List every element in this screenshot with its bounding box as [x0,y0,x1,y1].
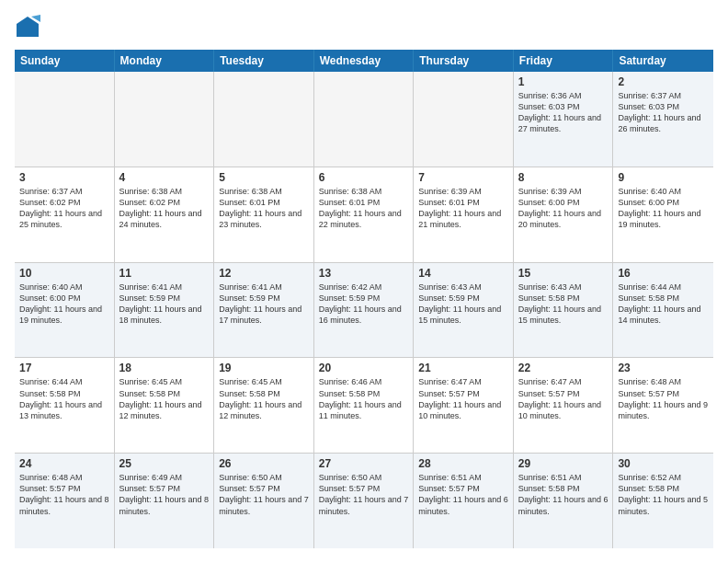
day-number: 9 [618,171,709,184]
day-number: 25 [119,457,210,470]
day-cell-5: 5Sunrise: 6:38 AM Sunset: 6:01 PM Daylig… [214,167,314,262]
day-cell-23: 23Sunrise: 6:48 AM Sunset: 5:57 PM Dayli… [613,358,713,453]
empty-cell [214,72,314,167]
day-cell-3: 3Sunrise: 6:37 AM Sunset: 6:02 PM Daylig… [15,167,115,262]
logo [15,15,44,40]
day-number: 30 [618,457,709,470]
day-number: 4 [119,171,210,184]
day-number: 11 [119,267,210,280]
day-number: 16 [618,267,709,280]
day-info: Sunrise: 6:51 AM Sunset: 5:58 PM Dayligh… [518,472,609,517]
day-cell-30: 30Sunrise: 6:52 AM Sunset: 5:58 PM Dayli… [613,454,713,548]
day-number: 22 [518,362,609,374]
day-number: 8 [518,171,609,184]
day-cell-20: 20Sunrise: 6:46 AM Sunset: 5:58 PM Dayli… [314,358,415,453]
day-number: 3 [19,171,109,184]
logo-icon [15,15,40,40]
day-info: Sunrise: 6:48 AM Sunset: 5:57 PM Dayligh… [618,376,709,421]
day-info: Sunrise: 6:40 AM Sunset: 6:00 PM Dayligh… [19,282,109,327]
day-cell-24: 24Sunrise: 6:48 AM Sunset: 5:57 PM Dayli… [15,454,115,548]
day-number: 17 [19,362,109,374]
day-info: Sunrise: 6:39 AM Sunset: 6:01 PM Dayligh… [418,186,508,231]
day-number: 19 [219,362,309,374]
day-number: 12 [219,267,309,280]
day-cell-11: 11Sunrise: 6:41 AM Sunset: 5:59 PM Dayli… [115,263,215,358]
header-day-tuesday: Tuesday [214,50,314,72]
day-number: 1 [518,75,609,88]
day-number: 2 [618,75,709,88]
day-number: 23 [618,362,709,374]
day-number: 27 [319,457,409,470]
day-info: Sunrise: 6:47 AM Sunset: 5:57 PM Dayligh… [518,376,609,421]
day-info: Sunrise: 6:43 AM Sunset: 5:59 PM Dayligh… [418,282,508,327]
day-info: Sunrise: 6:42 AM Sunset: 5:59 PM Dayligh… [319,282,409,327]
calendar: SundayMondayTuesdayWednesdayThursdayFrid… [15,50,713,548]
day-info: Sunrise: 6:40 AM Sunset: 6:00 PM Dayligh… [618,186,709,231]
day-info: Sunrise: 6:41 AM Sunset: 5:59 PM Dayligh… [119,282,210,327]
day-info: Sunrise: 6:46 AM Sunset: 5:58 PM Dayligh… [319,376,409,421]
day-cell-9: 9Sunrise: 6:40 AM Sunset: 6:00 PM Daylig… [613,167,713,262]
page-header [15,15,713,40]
calendar-row-0: 1Sunrise: 6:36 AM Sunset: 6:03 PM Daylig… [15,72,713,167]
day-cell-21: 21Sunrise: 6:47 AM Sunset: 5:57 PM Dayli… [414,358,514,453]
day-cell-19: 19Sunrise: 6:45 AM Sunset: 5:58 PM Dayli… [214,358,314,453]
day-number: 29 [518,457,609,470]
day-number: 7 [418,171,508,184]
day-info: Sunrise: 6:38 AM Sunset: 6:01 PM Dayligh… [219,186,309,231]
day-cell-13: 13Sunrise: 6:42 AM Sunset: 5:59 PM Dayli… [314,263,415,358]
day-number: 28 [418,457,508,470]
day-info: Sunrise: 6:38 AM Sunset: 6:01 PM Dayligh… [319,186,409,231]
day-info: Sunrise: 6:45 AM Sunset: 5:58 PM Dayligh… [219,376,309,421]
day-cell-12: 12Sunrise: 6:41 AM Sunset: 5:59 PM Dayli… [214,263,314,358]
day-number: 21 [418,362,508,374]
day-cell-10: 10Sunrise: 6:40 AM Sunset: 6:00 PM Dayli… [15,263,115,358]
calendar-row-1: 3Sunrise: 6:37 AM Sunset: 6:02 PM Daylig… [15,167,713,263]
day-info: Sunrise: 6:36 AM Sunset: 6:03 PM Dayligh… [518,90,609,135]
day-cell-16: 16Sunrise: 6:44 AM Sunset: 5:58 PM Dayli… [613,263,713,358]
day-cell-29: 29Sunrise: 6:51 AM Sunset: 5:58 PM Dayli… [514,454,614,548]
day-info: Sunrise: 6:52 AM Sunset: 5:58 PM Dayligh… [618,472,709,517]
empty-cell [115,72,215,167]
day-info: Sunrise: 6:44 AM Sunset: 5:58 PM Dayligh… [618,282,709,327]
day-cell-4: 4Sunrise: 6:38 AM Sunset: 6:02 PM Daylig… [115,167,215,262]
day-info: Sunrise: 6:41 AM Sunset: 5:59 PM Dayligh… [219,282,309,327]
day-info: Sunrise: 6:51 AM Sunset: 5:57 PM Dayligh… [418,472,508,517]
day-number: 20 [319,362,409,374]
day-cell-8: 8Sunrise: 6:39 AM Sunset: 6:00 PM Daylig… [514,167,614,262]
day-info: Sunrise: 6:47 AM Sunset: 5:57 PM Dayligh… [418,376,508,421]
day-info: Sunrise: 6:38 AM Sunset: 6:02 PM Dayligh… [119,186,210,231]
day-number: 10 [19,267,109,280]
empty-cell [314,72,415,167]
day-info: Sunrise: 6:48 AM Sunset: 5:57 PM Dayligh… [19,472,109,517]
header-day-saturday: Saturday [613,50,713,72]
header-day-friday: Friday [514,50,614,72]
empty-cell [15,72,115,167]
day-cell-28: 28Sunrise: 6:51 AM Sunset: 5:57 PM Dayli… [414,454,514,548]
header-day-sunday: Sunday [15,50,115,72]
day-cell-7: 7Sunrise: 6:39 AM Sunset: 6:01 PM Daylig… [414,167,514,262]
day-info: Sunrise: 6:50 AM Sunset: 5:57 PM Dayligh… [219,472,309,517]
day-number: 26 [219,457,309,470]
day-info: Sunrise: 6:43 AM Sunset: 5:58 PM Dayligh… [518,282,609,327]
day-cell-22: 22Sunrise: 6:47 AM Sunset: 5:57 PM Dayli… [514,358,614,453]
calendar-row-3: 17Sunrise: 6:44 AM Sunset: 5:58 PM Dayli… [15,358,713,454]
day-info: Sunrise: 6:39 AM Sunset: 6:00 PM Dayligh… [518,186,609,231]
calendar-row-4: 24Sunrise: 6:48 AM Sunset: 5:57 PM Dayli… [15,454,713,548]
day-number: 14 [418,267,508,280]
day-cell-14: 14Sunrise: 6:43 AM Sunset: 5:59 PM Dayli… [414,263,514,358]
day-cell-15: 15Sunrise: 6:43 AM Sunset: 5:58 PM Dayli… [514,263,614,358]
day-number: 6 [319,171,409,184]
header-day-monday: Monday [115,50,215,72]
day-cell-26: 26Sunrise: 6:50 AM Sunset: 5:57 PM Dayli… [214,454,314,548]
day-info: Sunrise: 6:49 AM Sunset: 5:57 PM Dayligh… [119,472,210,517]
day-number: 24 [19,457,109,470]
day-info: Sunrise: 6:44 AM Sunset: 5:58 PM Dayligh… [19,376,109,421]
day-cell-6: 6Sunrise: 6:38 AM Sunset: 6:01 PM Daylig… [314,167,415,262]
day-number: 13 [319,267,409,280]
day-cell-1: 1Sunrise: 6:36 AM Sunset: 6:03 PM Daylig… [514,72,614,167]
svg-marker-0 [17,17,39,37]
day-cell-18: 18Sunrise: 6:45 AM Sunset: 5:58 PM Dayli… [115,358,215,453]
day-info: Sunrise: 6:37 AM Sunset: 6:03 PM Dayligh… [618,90,709,135]
day-number: 15 [518,267,609,280]
calendar-body: 1Sunrise: 6:36 AM Sunset: 6:03 PM Daylig… [15,72,713,548]
